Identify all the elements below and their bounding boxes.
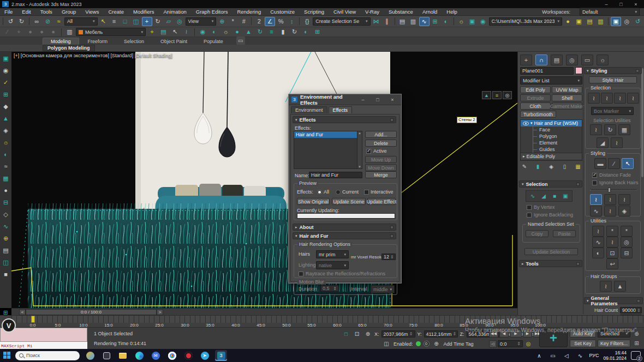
show-original-button[interactable]: Show Original [297,198,330,205]
paste-icon[interactable]: + [14,27,24,37]
render-queue-icon[interactable]: ▥ [595,17,606,26]
detach-group-icon[interactable]: ▲ [614,281,626,292]
stack-item-element[interactable]: Element [521,140,582,146]
expand-selection-icon[interactable]: ▦ [618,124,630,135]
select-hair-ends-icon[interactable]: ≀ [601,93,613,104]
polygon-modeling-panel[interactable]: Polygon Modeling [43,45,95,51]
menu-help[interactable]: Help [446,9,457,15]
interval-dropdown[interactable]: middle [371,285,395,293]
selection-lock-icon[interactable]: ⊡ [353,330,361,338]
voxel-resolution-field[interactable]: 12 [381,254,396,260]
copy-button[interactable]: Copy [526,230,548,237]
bind-to-spacewarp-icon[interactable]: ≈ [53,17,64,26]
time-slider-handle[interactable]: 0:0 / 100:0 [26,309,157,315]
prev-frame-icon[interactable]: < [19,309,26,315]
by-vertex-checkbox[interactable] [527,205,532,210]
edit-poly-button[interactable]: Edit Poly [520,86,551,93]
render-frame-buffer-icon[interactable]: ▣ [611,17,621,26]
key-step-icon[interactable]: ◁ [489,340,497,348]
puff-roots-icon[interactable]: ∿ [590,206,602,216]
unlock-icon[interactable]: ⊟ [621,248,633,258]
dialog-title-bar[interactable]: 3 Environment and Effects – □ × [289,94,401,105]
align-icon[interactable]: ∥ [382,17,392,26]
task-view-icon[interactable] [100,350,112,361]
hair-and-fur-rollout[interactable]: ▾Hair and Fur [293,232,396,239]
effects-list-scrollbar[interactable]: ▲▼ [357,131,362,168]
vray-toolbar-icon[interactable]: ✓ [1,77,11,88]
current-radio[interactable] [336,190,341,195]
box-marker-dropdown[interactable]: Box Marker [591,107,634,115]
invert-selection-icon[interactable]: ≀ [590,124,602,135]
next-frame-icon[interactable]: > [157,309,163,315]
add-time-tag-label[interactable]: Add Time Tag [444,341,474,347]
recomb-icon[interactable]: ∿ [592,237,604,248]
hierarchy-tab-icon[interactable]: ▤ [551,55,563,65]
attenuate-icon[interactable]: ≀ [592,226,604,237]
select-element-icon[interactable]: ▣ [561,192,570,200]
hair-brush-icon[interactable]: ▬ [594,158,606,169]
telegram-icon[interactable]: ➤ [199,350,211,361]
effects-rollout[interactable]: ▾Effects [293,116,396,123]
make-unique-icon[interactable]: ◈ [547,162,556,171]
measure-icon[interactable]: ▮ [278,27,288,37]
layer-manager-icon[interactable]: ▥ [64,27,75,37]
about-rollout[interactable]: ▸About [293,224,396,231]
create-foliage-icon[interactable]: ▲ [243,27,254,37]
dialog-maximize-icon[interactable]: □ [372,96,384,103]
hair-cut-icon[interactable]: ∕ [608,158,620,169]
isolate-selection-icon[interactable]: □ [342,330,350,338]
render-history-icon[interactable]: ◎ [622,17,632,26]
time-slider[interactable]: < 0:0 / 100:0 > [11,308,517,315]
opera-icon[interactable] [182,350,194,361]
ribbon-tab-freeform[interactable]: Freeform [80,38,116,45]
snaps-toggle-icon[interactable]: 2 [254,17,264,26]
modifier-list-dropdown[interactable]: Modifier List [520,76,582,85]
previous-frame-icon[interactable]: ◀ [499,330,509,337]
clump-hair-icon[interactable]: ≀ [604,206,616,216]
brush-size-slider[interactable] [590,188,637,192]
select-and-move-icon[interactable]: + [142,17,152,26]
notes-icon[interactable]: ≡ [266,27,277,37]
cloth-button[interactable]: Cloth [520,102,551,110]
panel-scrollbar[interactable] [641,68,643,177]
curve-editor-icon[interactable]: ∿ [419,17,430,26]
select-by-name-icon[interactable]: ≡ [109,17,120,26]
show-hidden-icon[interactable]: ≀ [611,137,623,148]
tray-chevron-icon[interactable]: ∧ [534,352,544,360]
ring-tool-icon[interactable]: ↻ [289,27,300,37]
auto-key-button[interactable]: Auto Key [570,330,596,337]
all-radio[interactable] [317,190,322,195]
zoom-icon[interactable]: ⊕ [632,330,641,338]
unlink-selection-icon[interactable]: ⊘ [43,17,53,26]
dialog-minimize-icon[interactable]: – [357,96,369,103]
render-production-icon[interactable]: ◉ [478,17,488,26]
edge-icon[interactable] [133,350,145,361]
chrome-icon[interactable] [166,350,178,361]
named-selection-sets-icon[interactable]: {} [302,17,312,26]
dialog-close-icon[interactable]: × [386,96,398,103]
workspaces-dropdown[interactable]: Default [580,8,640,16]
undo-icon[interactable]: ↺ [5,17,16,26]
menu-views[interactable]: Views [85,9,99,15]
render-last-icon[interactable]: ▤ [585,17,595,26]
select-cursor-icon[interactable]: ↖ [622,158,634,169]
vray-toolbar-icon[interactable]: ≈ [1,161,11,172]
widgets-icon[interactable] [84,350,96,361]
set-key-button[interactable]: Set Key [570,340,596,347]
reference-coordinate-dropdown[interactable]: View [186,17,217,26]
y-coordinate-field[interactable]: 4112,16mm [424,330,458,337]
select-in-layer-icon[interactable]: ↖ [170,27,180,37]
vray-toolbar-icon[interactable]: ◫ [1,257,11,268]
select-link-icon[interactable]: ∞ [32,17,42,26]
3dsmax-taskbar-icon[interactable]: 3 [215,350,227,361]
utilities-tab-icon[interactable]: ☼ [597,55,609,65]
redo-icon[interactable]: ↻ [16,17,27,26]
vray-toolbar-icon[interactable]: ■ [1,269,11,280]
distance-fade-checkbox[interactable]: ✓ [592,173,597,178]
set-current-layer-icon[interactable]: ≀ [181,27,192,37]
selection-filter-dropdown[interactable]: All [64,17,98,26]
rotate-hair-icon[interactable]: ◈ [618,206,630,216]
reset-rest-icon[interactable]: ≀ [606,237,618,248]
menu-create[interactable]: Create [108,9,124,15]
lighting-dropdown[interactable]: native [316,261,349,269]
